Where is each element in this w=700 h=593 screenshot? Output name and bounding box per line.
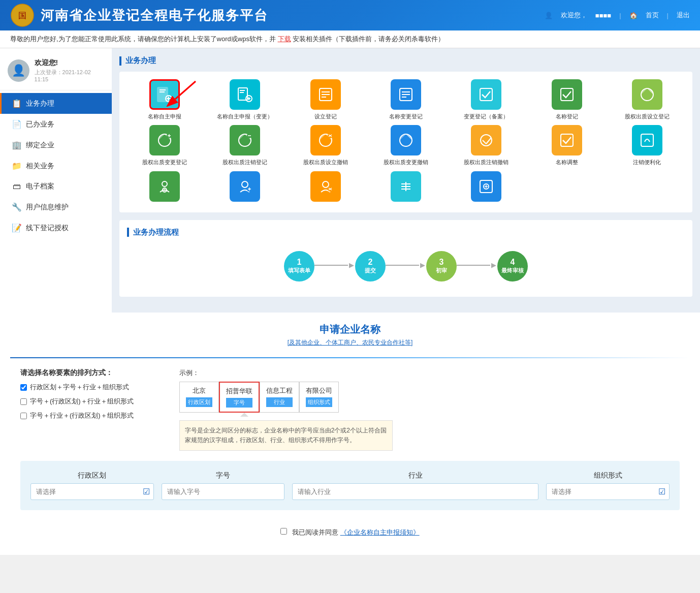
biz-item-cancel-easy[interactable]: 注销便利化: [610, 125, 685, 166]
flow-section: 业务办理流程 1 填写表单 ▶ 2 提交: [119, 220, 692, 297]
biz-item-equity-setup[interactable]: 股权出质设立登记: [610, 79, 685, 120]
agreement-link[interactable]: 《企业名称自主申报须知》: [340, 528, 420, 536]
checkbox-opt2[interactable]: [20, 398, 27, 405]
biz-icon-equity-setup2: [310, 125, 341, 155]
order-label-wrapper: 请选择名称要素的排列方式： 行政区划＋字号＋行业＋组织形式 字号＋(行政区划)＋…: [20, 368, 134, 420]
field-label-org: 组织形式: [546, 471, 670, 480]
option-2[interactable]: 字号＋(行政区划)＋行业＋组织形式: [20, 397, 134, 406]
agreement-label[interactable]: 我已阅读并同意 《企业名称自主申报须知》: [280, 528, 419, 536]
sidebar-item-business[interactable]: 📋 业务办理: [0, 93, 112, 114]
field-group-word: 字号: [162, 471, 285, 500]
step-circle-2: 2 提交: [355, 251, 386, 282]
biz-item-name-change[interactable]: 名称变更登记: [368, 79, 443, 120]
option-1[interactable]: 行政区划＋字号＋行业＋组织形式: [20, 383, 134, 392]
sidebar-welcome: 欢迎您!: [35, 58, 104, 68]
biz-icon-green1: [149, 171, 180, 202]
biz-item-teal2[interactable]: [368, 171, 443, 205]
archive-icon: 🗃: [12, 182, 22, 191]
biz-item-name-adjust[interactable]: 名称调整: [529, 125, 604, 166]
biz-icon-name-self-change: [230, 79, 260, 110]
svg-rect-13: [240, 92, 244, 93]
notice-bar: 尊敬的用户您好,为了您能正常使用此系统，请确保您的计算机上安装了word或wps…: [0, 30, 700, 48]
order-options: 行政区划＋字号＋行业＋组织形式 字号＋(行政区划)＋行业＋组织形式 字号＋行业＋…: [20, 383, 134, 420]
business-grid: 名称自主申报 名称自主申报（变更）: [119, 72, 692, 212]
biz-label-name-reg: 名称登记: [556, 113, 578, 120]
flow-section-bar: [127, 228, 129, 237]
word-input[interactable]: [162, 483, 285, 500]
flow-section-title: 业务办理流程: [133, 228, 179, 237]
form-page-title: 申请企业名称: [10, 323, 690, 336]
home-link[interactable]: 首页: [646, 11, 659, 20]
header-title: 河南省企业登记全程电子化服务平台: [41, 7, 268, 24]
biz-item-equity-change[interactable]: 股权出质变更登记: [127, 125, 202, 166]
example-label: 示例：: [179, 368, 393, 378]
biz-icon-equity-setup: [632, 79, 662, 110]
sidebar-item-user[interactable]: 🔧 用户信息维护: [0, 197, 112, 217]
form-fields-grid: 行政区划 ☑ 字号 行业 组织形式 ☑: [30, 471, 670, 500]
example-boxes: 北京 行政区划 招普华联 字号 信息工程 行业 有限公司 组织形式: [179, 382, 393, 413]
example-box-industry: 信息工程 行业: [260, 382, 299, 413]
field-label-industry: 行业: [292, 471, 538, 480]
biz-item-blue2[interactable]: [449, 171, 524, 205]
checkbox-opt1[interactable]: [20, 384, 27, 391]
biz-item-setup[interactable]: 设立登记: [288, 79, 363, 120]
business-section-title: 业务办理: [125, 56, 156, 66]
field-region-wrapper: ☑: [30, 483, 154, 500]
biz-item-blue1[interactable]: [207, 171, 282, 205]
flow-step-4: 4 最终审核: [497, 251, 528, 282]
sidebar: 👤 欢迎您! 上次登录：2021-12-02 11:15 📋 业务办理 📄 已办…: [0, 48, 112, 313]
region-check-icon: ☑: [143, 487, 150, 496]
tooltip-box: 字号是企业之间区分的标志，企业名称中的字号应当由2个或2个以上符合国家规范的汉字…: [179, 420, 393, 451]
biz-item-equity-cancel[interactable]: 股权出质注销登记: [207, 125, 282, 166]
biz-item-green1[interactable]: [127, 171, 202, 205]
option-3[interactable]: 字号＋行业＋(行政区划)＋组织形式: [20, 411, 134, 420]
done-icon: 📄: [12, 119, 22, 129]
field-label-region: 行政区划: [30, 471, 154, 480]
field-label-word: 字号: [162, 471, 285, 480]
svg-line-41: [483, 140, 486, 144]
sidebar-item-related[interactable]: 📁 相关业务: [0, 155, 112, 176]
form-page-subtitle: [及其他企业、个体工商户、农民专业合作社等]: [10, 338, 690, 347]
field-org-wrapper: ☑: [546, 483, 670, 500]
download-link[interactable]: 下载: [278, 35, 291, 43]
option-2-label: 字号＋(行政区划)＋行业＋组织形式: [30, 397, 134, 406]
checkbox-opt3[interactable]: [20, 413, 27, 419]
logout-link[interactable]: 退出: [677, 11, 690, 20]
tooltip-arrow: [240, 413, 248, 417]
example-wrapper: 示例： 北京 行政区划 招普华联 字号 信息工程 行业 有限公司 组织形式: [179, 368, 393, 451]
name-order-section: 请选择名称要素的排列方式： 行政区划＋字号＋行业＋组织形式 字号＋(行政区划)＋…: [10, 368, 690, 451]
sidebar-item-done[interactable]: 📄 已办业务: [0, 114, 112, 135]
org-input[interactable]: [546, 483, 670, 500]
biz-item-name-self-change[interactable]: 名称自主申报（变更）: [207, 79, 282, 120]
form-subtitle-link[interactable]: [及其他企业、个体工商户、农民专业合作社等]: [288, 339, 413, 346]
biz-icon-name-adjust: [552, 125, 582, 155]
user-greeting: 欢迎您，: [561, 11, 587, 20]
biz-label-cancel-easy: 注销便利化: [633, 159, 661, 166]
bind-icon: 🏢: [12, 140, 22, 150]
region-input[interactable]: [30, 483, 154, 500]
main-layout: 👤 欢迎您! 上次登录：2021-12-02 11:15 📋 业务办理 📄 已办…: [0, 48, 700, 313]
biz-label-equity-cancel2: 股权出质注销撤销: [464, 159, 508, 166]
svg-text:国: 国: [18, 11, 26, 20]
logo-icon: 国: [10, 3, 35, 27]
notice-text: 尊敬的用户您好,为了您能正常使用此系统，请确保您的计算机上安装了word或wps…: [10, 35, 276, 43]
agreement-text: 我已阅读并同意: [292, 528, 338, 536]
business-icon: 📋: [12, 99, 22, 108]
username-display: ■■■■: [595, 12, 611, 19]
sidebar-item-offline[interactable]: 📝 线下登记授权: [0, 217, 112, 238]
biz-item-change-backup[interactable]: 变更登记（备案）: [449, 79, 524, 120]
field-group-org: 组织形式 ☑: [546, 471, 670, 500]
svg-point-45: [162, 181, 167, 186]
biz-item-equity-setup2[interactable]: 股权出质设立撤销: [288, 125, 363, 166]
flow-section-header: 业务办理流程: [127, 228, 685, 237]
industry-input[interactable]: [292, 483, 538, 500]
biz-item-name-reg[interactable]: 名称登记: [529, 79, 604, 120]
biz-item-equity-cancel2[interactable]: 股权出质注销撤销: [449, 125, 524, 166]
sidebar-item-bind[interactable]: 🏢 绑定企业: [0, 135, 112, 155]
field-group-industry: 行业: [292, 471, 538, 500]
biz-item-equity-change2[interactable]: 股权出质变更撤销: [368, 125, 443, 166]
agreement-checkbox[interactable]: [280, 528, 287, 535]
biz-item-orange1[interactable]: [288, 171, 363, 205]
sidebar-item-archive[interactable]: 🗃 电子档案: [0, 176, 112, 197]
step-connector-1: ▶: [314, 261, 355, 269]
